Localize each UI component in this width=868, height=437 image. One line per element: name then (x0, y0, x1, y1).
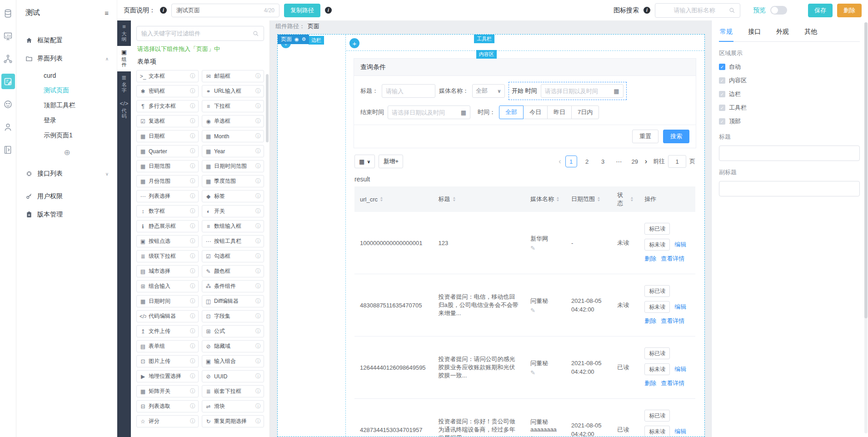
time-option-7days[interactable]: 7日内 (571, 105, 599, 119)
page-name-input[interactable] (176, 7, 261, 14)
page-canvas[interactable]: 边栏 页面 ◉ ⚙ 工具栏 内容区 + + (277, 34, 705, 437)
sidebar-item-frame-config[interactable]: 框架配置 (25, 31, 109, 50)
palette-item[interactable]: ☑ 勾选框 ⓘ (202, 250, 264, 262)
palette-item[interactable]: ◉ 单选框 ⓘ (202, 115, 264, 127)
prev-page-icon[interactable]: ‹ (559, 157, 561, 166)
palette-item[interactable]: ✉ 邮箱框 ⓘ (202, 70, 264, 82)
sidebar-item-user-permissions[interactable]: 用户权限 (25, 187, 109, 206)
palette-item[interactable]: ▣ 输入组合 ⓘ (202, 355, 264, 367)
palette-item[interactable]: ◆ 标签 ⓘ (202, 190, 264, 202)
info-icon[interactable]: ⓘ (255, 312, 261, 320)
time-option-today[interactable]: 今日 (523, 105, 548, 119)
info-icon[interactable]: ⓘ (190, 192, 195, 200)
palette-item[interactable]: ☆ 评分 ⓘ (136, 415, 199, 427)
page-item-login[interactable]: 登录 (25, 113, 109, 128)
palette-item[interactable]: ☑ 复选框 ⓘ (136, 115, 199, 127)
checkbox-top[interactable]: ✓ 顶部 (719, 117, 860, 126)
end-time-input[interactable] (392, 109, 458, 116)
info-icon[interactable]: ⓘ (255, 177, 261, 185)
info-icon[interactable]: ⓘ (190, 402, 195, 410)
page-ellipsis[interactable]: ⋯ (613, 156, 625, 167)
column-header[interactable]: 状态▲▼ (612, 186, 639, 212)
edit-pencil-icon[interactable]: ✎ (530, 435, 560, 437)
add-record-button[interactable]: 新增+ (379, 155, 403, 168)
tab-components[interactable]: ▣ 组件 (117, 46, 131, 71)
tab-interface[interactable]: 接口 (747, 26, 762, 41)
checkbox-content-area[interactable]: ✓ 内容区 (719, 76, 860, 85)
sort-icon[interactable]: ▲▼ (453, 196, 456, 202)
page-number[interactable]: 1 (565, 156, 577, 167)
palette-item[interactable]: ◫ Diff编辑器 ⓘ (202, 295, 264, 307)
edit-link[interactable]: 编辑 (674, 241, 686, 249)
icon-search-input[interactable] (660, 7, 729, 14)
info-icon[interactable]: ⓘ (255, 252, 261, 260)
palette-item[interactable]: ↕ 数字框 ⓘ (136, 205, 199, 217)
mark-unread-button[interactable]: 标未读 (644, 301, 670, 313)
checkbox-toolbar[interactable]: ✓ 工具栏 (719, 104, 860, 112)
dashboard-icon[interactable] (1, 28, 15, 44)
palette-scrollbar[interactable] (266, 74, 269, 142)
palette-item[interactable]: ≣ 嵌套下拉框 ⓘ (202, 385, 264, 397)
edit-pencil-icon[interactable]: ✎ (530, 245, 560, 251)
info-icon[interactable]: ⓘ (190, 417, 195, 425)
info-icon[interactable]: ⓘ (255, 282, 261, 290)
sort-icon[interactable]: ▲▼ (380, 196, 383, 202)
sidebar-item-version-management[interactable]: 版本管理 (25, 206, 109, 224)
palette-item[interactable]: ✎ 颜色框 ⓘ (202, 265, 264, 277)
table-row[interactable]: 12644440126098649595 投资者提问：请问公司的感光胶膜业务应收… (354, 337, 695, 399)
info-icon[interactable]: ⓘ (255, 132, 261, 140)
window-scrollbar[interactable] (864, 22, 868, 433)
collapse-sidebar-icon[interactable]: ≡ (105, 9, 109, 17)
palette-item[interactable]: ⇌ 滑块 ⓘ (202, 400, 264, 412)
time-option-yesterday[interactable]: 昨日 (547, 105, 572, 119)
info-icon[interactable]: ⓘ (190, 87, 195, 95)
subtitle-input[interactable] (719, 181, 860, 196)
title-filter-input[interactable] (386, 88, 431, 95)
page-number[interactable]: 3 (597, 156, 609, 167)
palette-item[interactable]: ≡ 下拉框 ⓘ (202, 100, 264, 112)
title-input[interactable] (719, 146, 860, 161)
column-settings-button[interactable]: ▦∨ (354, 155, 375, 168)
palette-item[interactable]: ▦ 季度范围 ⓘ (202, 175, 264, 187)
edit-pencil-icon[interactable]: ✎ (530, 307, 560, 314)
end-time-field[interactable]: ▦ (388, 105, 470, 119)
palette-item[interactable]: ⊘ 隐藏域 ⓘ (202, 340, 264, 352)
table-row[interactable]: 4830887511635470705 投资者提问：电信，移动也回归a股，公司电… (354, 274, 695, 337)
tab-code[interactable]: </> 代码 (117, 97, 131, 123)
info-icon[interactable]: ⓘ (190, 147, 195, 155)
palette-item[interactable]: ▦ 日期时间范围 ⓘ (202, 160, 264, 172)
sort-icon[interactable]: ▲▼ (556, 196, 559, 202)
palette-item[interactable]: ▤ 城市选择 ⓘ (136, 265, 199, 277)
palette-item[interactable]: >_ 文本框 ⓘ (136, 70, 199, 82)
column-header[interactable]: 日期范围▲▼ (566, 191, 612, 208)
community-icon[interactable] (1, 96, 15, 112)
view-detail-link[interactable]: 查看详情 (661, 255, 684, 263)
page-editor-icon[interactable] (1, 74, 15, 89)
palette-search-field[interactable] (136, 26, 264, 41)
reset-button[interactable]: 重置 (632, 130, 658, 143)
delete-link[interactable]: 删除 (644, 317, 656, 325)
org-chart-icon[interactable] (1, 51, 15, 66)
palette-item[interactable]: ▦ 月份范围 ⓘ (136, 175, 199, 187)
tab-names[interactable]: ≣ 名字 (117, 71, 131, 97)
info-icon[interactable]: ⓘ (255, 72, 261, 80)
mark-read-button[interactable]: 标已读 (644, 410, 670, 422)
palette-item[interactable]: ▶ 地理位置选择 ⓘ (136, 370, 199, 382)
preview-toggle[interactable] (770, 6, 787, 15)
info-icon[interactable]: ⓘ (190, 237, 195, 245)
column-header[interactable]: url_crc▲▼ (354, 191, 433, 207)
palette-item[interactable]: ▦ Year ⓘ (202, 145, 264, 157)
mark-read-button[interactable]: 标已读 (644, 347, 670, 359)
database-icon[interactable] (1, 5, 15, 21)
info-icon[interactable]: ⓘ (255, 342, 261, 350)
scrollbar-thumb[interactable] (864, 22, 868, 318)
title-filter-field[interactable] (382, 84, 435, 98)
save-button[interactable]: 保存 (808, 4, 833, 17)
goto-page-input[interactable] (668, 155, 686, 168)
column-header[interactable]: 操作 (639, 191, 695, 208)
info-icon[interactable]: ⓘ (190, 297, 195, 305)
info-icon[interactable]: ⓘ (255, 372, 261, 380)
user-icon[interactable] (1, 119, 15, 135)
tab-appearance[interactable]: 外观 (775, 26, 790, 41)
info-icon[interactable]: ⓘ (255, 162, 261, 170)
